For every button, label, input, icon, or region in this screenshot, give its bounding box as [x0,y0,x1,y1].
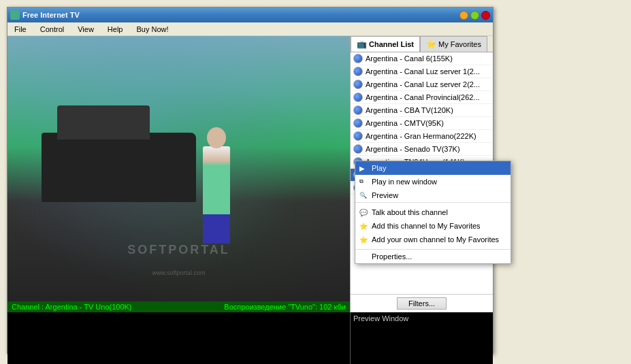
menu-bar: File Control View Help Buy Now! [7,22,493,36]
play-new-window-icon: ⧉ [359,178,363,185]
list-item[interactable]: Argentina - CBA TV(120K) [351,104,493,117]
list-item[interactable]: Argentina - Canal Luz server 2(2... [351,78,493,91]
person-silhouette [203,146,230,243]
watermark-url: www.softportal.com [152,269,205,276]
window-title: Free Internet TV [22,11,80,19]
ctx-play-label: Play [372,164,386,172]
play-icon: ▶ [359,165,365,172]
channel-name-text: Argentina - Canal Provincial(262... [366,93,480,101]
ctx-talk-about[interactable]: 💬 Talk about this channel [355,205,511,219]
maximize-button[interactable] [470,11,479,20]
list-item[interactable]: Argentina - Canal Luz server 1(2... [351,65,493,78]
filters-section: Filters... [351,294,493,312]
talk-icon: 💬 [359,209,368,216]
channel-status: Channel : Argentina - TV Uno(100K) Воспр… [7,301,350,312]
tab-channel-list-label: Channel List [369,40,414,48]
star-icon: ⭐ [359,222,368,230]
bottom-video [7,312,350,364]
ctx-properties-label: Properties... [372,252,412,261]
channel-icon [353,105,363,115]
list-item[interactable]: Argentina - Gran Hermano(222K) [351,130,493,143]
ctx-play-new-window-label: Play in new window [372,178,437,186]
context-menu-section-1: ▶ Play ⧉ Play in new window 🔍 Preview [355,161,511,203]
channel-icon [353,80,363,89]
menu-help[interactable]: Help [103,24,127,35]
bottom-section: Preview Window [7,312,493,364]
channel-icon [353,144,363,154]
channel-name-text: Argentina - Gran Hermano(222K) [366,132,476,140]
tab-channel-list[interactable]: 📺 Channel List [351,36,420,52]
tab-my-favorites-label: My Favorites [438,40,481,48]
app-icon [10,10,20,20]
channel-name: Channel : Argentina - TV Uno(100K) [12,303,132,311]
ctx-play[interactable]: ▶ Play [355,161,511,175]
ctx-talk-about-label: Talk about this channel [372,208,448,216]
playback-status: Воспроизведение "TVuno": 102 кби [224,303,346,311]
filters-button[interactable]: Filters... [397,297,447,310]
video-area: SOFTPORTAL www.softportal.com Channel : … [7,36,350,312]
menu-view[interactable]: View [74,24,98,35]
context-menu-section-2: 💬 Talk about this channel ⭐ Add this cha… [355,203,511,250]
tab-my-favorites[interactable]: ⭐ My Favorites [420,36,487,52]
channel-icon [353,118,363,128]
list-item[interactable]: Argentina - CMTV(95K) [351,117,493,130]
ctx-properties[interactable]: Properties... [355,250,511,263]
menu-control[interactable]: Control [36,24,68,35]
channel-name-text: Argentina - CBA TV(120K) [366,106,453,114]
minimize-button[interactable] [459,11,468,20]
channel-name-text: Argentina - Senado TV(37K) [366,145,460,153]
list-item[interactable]: Argentina - Canal Provincial(262... [351,91,493,104]
channel-icon [353,93,363,102]
ctx-add-favorites[interactable]: ⭐ Add this channel to My Favorites [355,219,511,233]
menu-file[interactable]: File [10,24,31,35]
channel-name-text: Argentina - CMTV(95K) [366,119,444,127]
title-bar-left: Free Internet TV [10,10,80,20]
channel-name-text: Argentina - Canal Luz server 2(2... [366,80,480,88]
preview-panel: Preview Window [350,312,493,364]
preview-icon: 🔍 [359,192,367,199]
context-menu: ▶ Play ⧉ Play in new window 🔍 Preview 💬 … [355,161,511,264]
window-controls [459,11,490,20]
title-bar: Free Internet TV [7,7,493,22]
channel-tabs: 📺 Channel List ⭐ My Favorites [351,36,493,52]
ctx-play-new-window[interactable]: ⧉ Play in new window [355,175,511,188]
ctx-add-favorites-label: Add this channel to My Favorites [372,222,481,230]
channel-icon [353,67,363,76]
ctx-add-own-channel-label: Add your own channel to My Favorites [372,235,499,244]
ctx-preview[interactable]: 🔍 Preview [355,188,511,202]
ctx-preview-label: Preview [372,191,398,199]
close-button[interactable] [481,11,490,20]
channel-name-text: Argentina - Canal Luz server 1(2... [366,67,480,76]
menu-buynow[interactable]: Buy Now! [132,24,172,35]
preview-window-label: Preview Window [351,312,493,325]
ctx-add-own-channel[interactable]: ⭐ Add your own channel to My Favorites [355,233,511,246]
channel-list-icon: 📺 [357,39,367,49]
video-placeholder: SOFTPORTAL www.softportal.com [7,36,350,312]
list-item[interactable]: Argentina - Senado TV(37K) [351,143,493,156]
favorites-icon: ⭐ [426,39,436,49]
list-item[interactable]: Argentina - Canal 6(155K) [351,52,493,65]
channel-name-text: Argentina - Canal 6(155K) [366,54,453,63]
channel-icon [353,131,363,141]
car-silhouette [42,133,195,202]
watermark-text: SOFTPORTAL [127,243,230,257]
channel-icon [353,54,363,63]
add-channel-icon: ⭐ [359,236,368,244]
main-window: Free Internet TV File Control View Help … [7,7,494,354]
